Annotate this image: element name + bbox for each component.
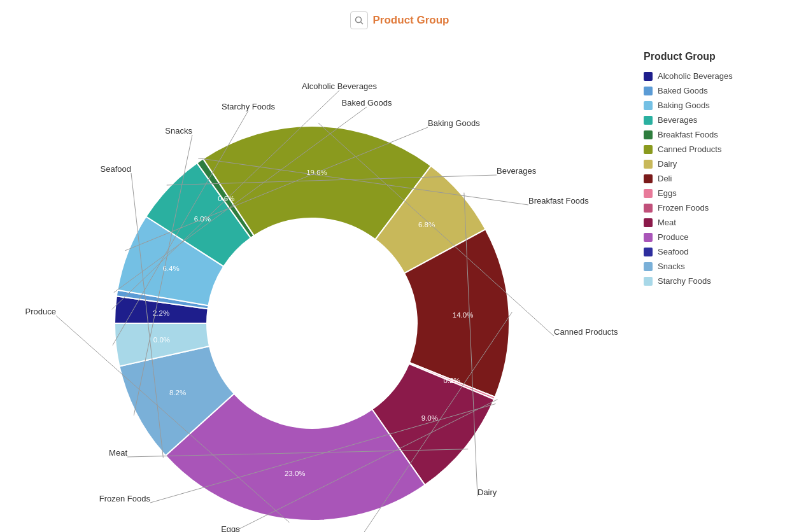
- segment-label: Alcoholic Beverages: [302, 81, 377, 91]
- segment-label: Beverages: [497, 166, 537, 176]
- legend-item: Frozen Foods: [644, 203, 789, 213]
- svg-point-0: [355, 17, 361, 23]
- pct-label: 6.8%: [418, 221, 435, 228]
- legend-swatch: [644, 87, 653, 95]
- legend-item: Baked Goods: [644, 86, 789, 95]
- title-icon: [350, 11, 368, 29]
- legend-swatch: [644, 174, 653, 183]
- legend-swatch: [644, 189, 653, 198]
- legend-label: Dairy: [658, 159, 677, 169]
- legend-label: Canned Products: [658, 144, 721, 154]
- legend-item: Seafood: [644, 247, 789, 256]
- pct-label: 8.2%: [169, 389, 186, 396]
- legend-label: Seafood: [658, 247, 688, 256]
- segment-label: Dairy: [477, 487, 497, 497]
- legend-label: Baking Goods: [658, 101, 710, 110]
- legend-label: Starchy Foods: [658, 276, 711, 286]
- chart-area: 2.2%6.4%6.0%0.6%19.6%6.8%14.0%0.2%9.0%23…: [0, 38, 624, 532]
- pct-label: 0.2%: [444, 377, 460, 384]
- legend-swatch: [644, 233, 653, 242]
- legend-item: Produce: [644, 232, 789, 242]
- legend-label: Breakfast Foods: [658, 130, 718, 139]
- segment-label: Seafood: [101, 164, 131, 174]
- segment-label: Meat: [109, 448, 127, 458]
- legend-item: Canned Products: [644, 144, 789, 154]
- legend-item: Eggs: [644, 188, 789, 198]
- segment-label: Eggs: [221, 524, 240, 532]
- legend-item: Meat: [644, 218, 789, 227]
- legend-label: Alcoholic Beverages: [658, 71, 733, 81]
- legend-swatch: [644, 116, 653, 125]
- legend-item: Breakfast Foods: [644, 130, 789, 139]
- pct-label: 0.0%: [153, 336, 170, 344]
- legend-swatch: [644, 248, 653, 256]
- legend-swatch: [644, 277, 653, 286]
- legend-label: Snacks: [658, 262, 685, 271]
- segment-label: Breakfast Foods: [528, 196, 589, 206]
- legend-area: Product Group Alcoholic Beverages Baked …: [633, 38, 799, 304]
- segment-label: Starchy Foods: [222, 102, 275, 111]
- legend-label: Baked Goods: [658, 86, 708, 95]
- legend-item: Snacks: [644, 262, 789, 271]
- title-area: Product Group: [350, 11, 449, 29]
- segment-label: Canned Products: [554, 327, 618, 337]
- legend-label: Eggs: [658, 188, 677, 198]
- legend-label: Deli: [658, 174, 672, 183]
- legend-swatch: [644, 72, 653, 81]
- legend-swatch: [644, 262, 653, 271]
- legend-swatch: [644, 130, 653, 139]
- legend-item: Dairy: [644, 159, 789, 169]
- legend-item: Starchy Foods: [644, 276, 789, 286]
- legend-label: Meat: [658, 218, 676, 227]
- legend-title: Product Group: [644, 51, 789, 62]
- legend-swatch: [644, 204, 653, 213]
- chart-title: Product Group: [373, 14, 449, 27]
- legend-swatch: [644, 101, 653, 110]
- legend-item: Beverages: [644, 115, 789, 125]
- segment-label: Snacks: [165, 126, 192, 136]
- legend-item: Deli: [644, 174, 789, 183]
- legend-swatch: [644, 145, 653, 154]
- legend-label: Produce: [658, 232, 688, 242]
- legend-swatch: [644, 218, 653, 227]
- legend-swatch: [644, 160, 653, 169]
- segment-label: Baked Goods: [342, 98, 392, 108]
- segment-label: Frozen Foods: [99, 494, 151, 503]
- pct-label: 23.0%: [285, 470, 306, 477]
- pct-label: 0.6%: [218, 195, 234, 202]
- legend-item: Alcoholic Beverages: [644, 71, 789, 81]
- legend-label: Beverages: [658, 115, 697, 125]
- svg-line-1: [360, 22, 363, 25]
- segment-label: Produce: [25, 307, 56, 316]
- segment-label: Baking Goods: [428, 118, 480, 128]
- legend-label: Frozen Foods: [658, 203, 709, 213]
- legend-item: Baking Goods: [644, 101, 789, 110]
- pct-label: 14.0%: [453, 311, 474, 319]
